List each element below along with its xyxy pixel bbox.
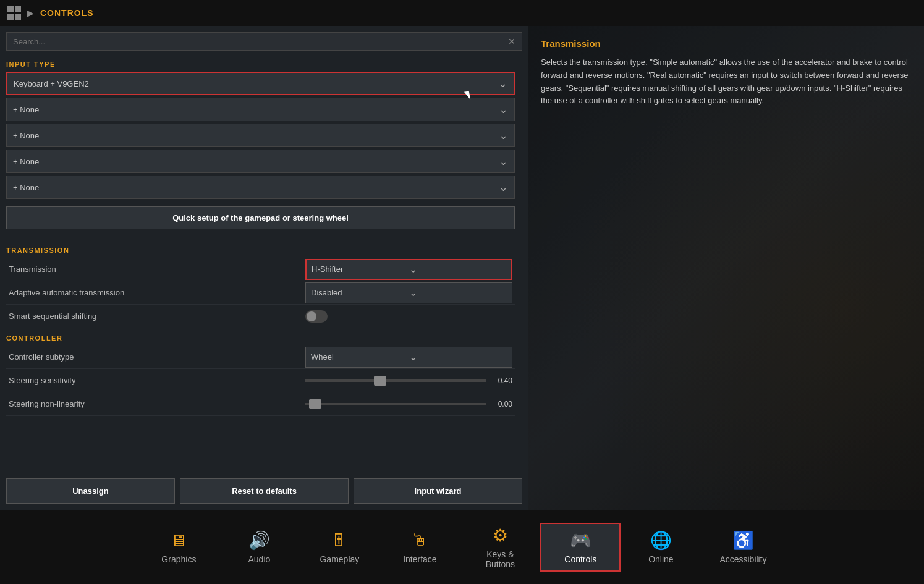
nav-label-gameplay: Gameplay — [320, 554, 359, 564]
grid-icon — [7, 6, 21, 20]
input-value-0: Keyboard + V9GEN2 — [14, 79, 498, 88]
nav-label-online: Online — [648, 554, 673, 564]
transmission-setting-0: Transmission H-Shifter ⌄ — [6, 258, 515, 281]
controller-control-2: 0.00 — [305, 400, 512, 408]
graphics-icon: 🖥 — [170, 530, 187, 551]
online-icon: 🌐 — [650, 530, 672, 551]
chevron-down-icon: ⌄ — [409, 263, 507, 275]
nav-item-online[interactable]: 🌐 Online — [621, 524, 701, 570]
quick-setup-button[interactable]: Quick setup of the gamepad or steering w… — [6, 206, 515, 229]
transmission-value-1: Disabled — [311, 288, 409, 297]
input-value-3: + None — [13, 157, 499, 166]
nav-item-keys-buttons[interactable]: ⚙ Keys &Buttons — [460, 519, 540, 575]
slider-thumb-2 — [309, 399, 321, 409]
controller-control-0: Wheel ⌄ — [305, 347, 512, 368]
unassign-button[interactable]: Unassign — [6, 478, 175, 504]
audio-icon: 🔊 — [248, 530, 270, 551]
nav-item-graphics[interactable]: 🖥 Graphics — [138, 524, 219, 570]
smart-shifting-toggle[interactable] — [305, 310, 328, 323]
nav-label-graphics: Graphics — [161, 554, 196, 564]
nav-label-controls: Controls — [564, 554, 596, 564]
chevron-down-icon: ⌄ — [499, 103, 508, 116]
right-panel: Transmission Selects the transmission ty… — [528, 26, 924, 510]
nav-item-interface[interactable]: 🖱 Interface — [379, 524, 460, 570]
top-bar: ▶ CONTROLS — [0, 0, 924, 26]
controller-control-1: 0.40 — [305, 376, 512, 385]
panel-description: Selects the transmission type. "Simple a… — [541, 56, 912, 108]
chevron-down-icon: ⌄ — [409, 351, 507, 363]
controller-setting-name-0: Controller subtype — [9, 352, 305, 362]
slider-thumb-1 — [374, 376, 386, 386]
chevron-down-icon: ⌄ — [498, 77, 507, 90]
main-layout: ✕ INPUT TYPE Keyboard + V9GEN2 ⌄ + None … — [0, 26, 924, 510]
transmission-setting-name-0: Transmission — [9, 264, 305, 274]
controller-setting-name-2: Steering non-linearity — [9, 399, 305, 408]
transmission-section: TRANSMISSION Transmission H-Shifter ⌄ Ad… — [6, 240, 515, 328]
bottom-nav: 🖥 Graphics 🔊 Audio 🎚 Gameplay 🖱 Interfac… — [0, 510, 924, 584]
controls-icon: 🎮 — [570, 530, 591, 551]
controller-dropdown-0[interactable]: Wheel ⌄ — [305, 347, 512, 368]
steering-sensitivity-slider[interactable]: 0.40 — [305, 376, 512, 385]
slider-track-2 — [305, 403, 486, 405]
nav-label-interface: Interface — [403, 554, 436, 564]
accessibility-icon: ♿ — [732, 530, 754, 551]
transmission-setting-name-1: Adaptive automatic transmission — [9, 288, 305, 297]
slider-track-1 — [305, 379, 486, 382]
input-wizard-button[interactable]: Input wizard — [354, 478, 522, 504]
input-dropdown-3[interactable]: + None ⌄ — [6, 150, 515, 173]
toggle-knob — [307, 311, 316, 321]
transmission-setting-1: Adaptive automatic transmission Disabled… — [6, 281, 515, 305]
nav-label-accessibility: Accessibility — [719, 554, 766, 564]
interface-icon: 🖱 — [411, 530, 428, 551]
bottom-buttons: Unassign Reset to defaults Input wizard — [0, 472, 528, 510]
reset-defaults-button[interactable]: Reset to defaults — [180, 478, 349, 504]
input-value-1: + None — [13, 105, 499, 114]
input-type-section: INPUT TYPE Keyboard + V9GEN2 ⌄ + None ⌄ … — [6, 54, 515, 234]
slider-value-2: 0.00 — [491, 400, 512, 408]
chevron-down-icon: ⌄ — [409, 287, 507, 298]
controller-setting-1: Steering sensitivity 0.40 — [6, 369, 515, 392]
transmission-control-0: H-Shifter ⌄ — [305, 259, 512, 280]
transmission-setting-2: Smart sequential shifting — [6, 305, 515, 328]
transmission-value-0: H-Shifter — [312, 264, 409, 274]
keys-buttons-icon: ⚙ — [493, 525, 508, 546]
controller-setting-2: Steering non-linearity 0.00 — [6, 392, 515, 416]
controller-section: CONTROLLER Controller subtype Wheel ⌄ St… — [6, 328, 515, 416]
input-value-2: + None — [13, 131, 499, 140]
transmission-dropdown-0[interactable]: H-Shifter ⌄ — [305, 259, 512, 280]
nav-item-audio[interactable]: 🔊 Audio — [219, 524, 299, 570]
transmission-toggle-control — [305, 310, 512, 323]
slider-value-1: 0.40 — [491, 376, 512, 385]
nav-label-keys-buttons: Keys &Buttons — [486, 549, 515, 569]
nav-item-accessibility[interactable]: ♿ Accessibility — [701, 524, 785, 570]
chevron-down-icon: ⌄ — [499, 180, 508, 194]
page-title: CONTROLS — [40, 8, 94, 18]
chevron-down-icon: ⌄ — [499, 129, 508, 142]
input-type-label: INPUT TYPE — [6, 54, 515, 72]
search-bar[interactable]: ✕ — [6, 32, 522, 51]
scroll-area[interactable]: INPUT TYPE Keyboard + V9GEN2 ⌄ + None ⌄ … — [0, 54, 528, 472]
transmission-control-1: Disabled ⌄ — [305, 282, 512, 303]
input-dropdown-2[interactable]: + None ⌄ — [6, 124, 515, 147]
nav-label-audio: Audio — [248, 554, 270, 564]
search-input[interactable] — [13, 37, 508, 46]
input-dropdown-4[interactable]: + None ⌄ — [6, 176, 515, 199]
transmission-label: TRANSMISSION — [6, 240, 515, 258]
close-icon[interactable]: ✕ — [508, 36, 515, 46]
controller-setting-0: Controller subtype Wheel ⌄ — [6, 345, 515, 369]
input-value-4: + None — [13, 183, 499, 192]
controller-value-0: Wheel — [311, 352, 409, 362]
gameplay-icon: 🎚 — [331, 530, 348, 551]
nav-item-gameplay[interactable]: 🎚 Gameplay — [299, 524, 379, 570]
controller-setting-name-1: Steering sensitivity — [9, 376, 305, 385]
input-dropdown-0[interactable]: Keyboard + V9GEN2 ⌄ — [6, 72, 515, 95]
steering-nonlinearity-slider[interactable]: 0.00 — [305, 400, 512, 408]
transmission-dropdown-1[interactable]: Disabled ⌄ — [305, 282, 512, 303]
nav-item-controls[interactable]: 🎮 Controls — [540, 523, 621, 572]
transmission-setting-name-2: Smart sequential shifting — [9, 311, 305, 321]
panel-title: Transmission — [541, 38, 912, 49]
breadcrumb-chevron: ▶ — [27, 8, 34, 18]
left-panel: ✕ INPUT TYPE Keyboard + V9GEN2 ⌄ + None … — [0, 26, 528, 510]
input-dropdown-1[interactable]: + None ⌄ — [6, 98, 515, 121]
chevron-down-icon: ⌄ — [499, 154, 508, 168]
